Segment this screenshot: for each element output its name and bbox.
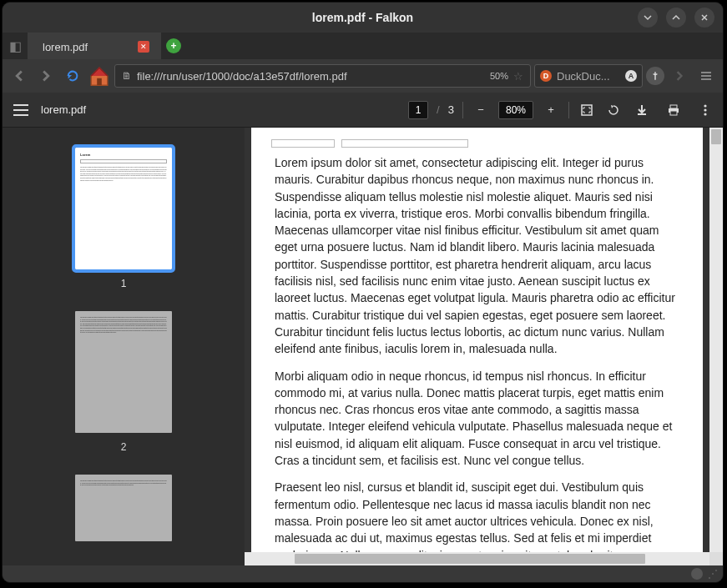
- svg-point-5: [704, 104, 706, 107]
- search-placeholder: DuckDuc...: [557, 70, 610, 83]
- pdf-sidebar-toggle[interactable]: [11, 104, 31, 116]
- vertical-scrollbar[interactable]: [709, 128, 723, 552]
- window-titlebar: lorem.pdf - Falkon: [3, 3, 723, 33]
- pdf-zoom-level[interactable]: 80%: [498, 101, 533, 119]
- file-icon: 🗎: [122, 70, 132, 82]
- status-bar: ⋰: [3, 565, 723, 582]
- tab-label: lorem.pdf: [43, 41, 88, 53]
- thumbnail-label-1: 1: [121, 278, 127, 289]
- duckduckgo-icon: D: [540, 70, 552, 82]
- maximize-button[interactable]: [666, 8, 686, 28]
- pdf-rotate-button[interactable]: [604, 101, 623, 119]
- forward-button[interactable]: [34, 64, 58, 88]
- pdf-download-button[interactable]: [633, 101, 651, 119]
- minimize-button[interactable]: [638, 8, 658, 28]
- zoom-level: 50%: [490, 71, 508, 81]
- pdf-thumbnail-panel: Lorem Loremipsumdolorsitametconsectetura…: [3, 128, 245, 565]
- tab-bar: ◧ lorem.pdf ✕ +: [3, 33, 723, 59]
- resize-grip-icon[interactable]: ⋰: [708, 568, 718, 580]
- reload-button[interactable]: [61, 64, 84, 88]
- pdf-print-button[interactable]: [664, 101, 683, 119]
- close-button[interactable]: [694, 8, 714, 28]
- pdf-page-total: 3: [448, 103, 454, 116]
- navigation-bar: 🗎 file:///run/user/1000/doc/a13e57df/lor…: [3, 59, 723, 93]
- url-text: file:///run/user/1000/doc/a13e57df/lorem…: [137, 70, 347, 83]
- window-title: lorem.pdf - Falkon: [312, 11, 413, 24]
- bookmark-star-icon[interactable]: ☆: [513, 70, 523, 83]
- svg-point-7: [704, 113, 706, 115]
- nav-overflow-forward: [668, 64, 691, 88]
- paragraph-2: Morbi aliquam odio in neque rhoncus, id …: [275, 368, 679, 470]
- svg-rect-1: [582, 105, 592, 115]
- pdf-page-content: Lorem ipsum dolor sit amet, consectetur …: [251, 128, 703, 565]
- pdf-page-separator: /: [437, 103, 440, 116]
- pdf-document-viewport: Lorem ipsum dolor sit amet, consectetur …: [245, 128, 723, 565]
- pdf-thumbnail-1[interactable]: Lorem Loremipsumdolorsitametconsectetura…: [75, 148, 172, 269]
- svg-point-6: [704, 108, 706, 111]
- back-button[interactable]: [8, 64, 31, 88]
- thumbnail-label-2: 2: [121, 441, 127, 453]
- status-adblock-icon[interactable]: [691, 568, 703, 580]
- menu-button[interactable]: [694, 64, 718, 88]
- search-bar[interactable]: D DuckDuc... A: [534, 64, 643, 88]
- pdf-page-input[interactable]: [408, 101, 428, 119]
- bookmarks-toggle-icon[interactable]: ◧: [3, 33, 28, 59]
- search-go-icon[interactable]: A: [625, 70, 637, 82]
- home-button[interactable]: [88, 64, 111, 88]
- pdf-fit-button[interactable]: [578, 101, 596, 119]
- vertical-scrollbar-thumb[interactable]: [711, 129, 721, 144]
- pdf-zoom-out-button[interactable]: −: [472, 101, 490, 119]
- svg-rect-4: [670, 111, 677, 115]
- pdf-toolbar: lorem.pdf / 3 − 80% +: [3, 93, 723, 128]
- horizontal-scrollbar-thumb[interactable]: [295, 554, 645, 564]
- tab-close-icon[interactable]: ✕: [138, 41, 149, 53]
- pdf-more-button[interactable]: [696, 101, 714, 119]
- adblock-icon[interactable]: [646, 67, 664, 85]
- url-bar[interactable]: 🗎 file:///run/user/1000/doc/a13e57df/lor…: [114, 64, 531, 88]
- tab-lorem-pdf[interactable]: lorem.pdf ✕: [28, 33, 161, 59]
- new-tab-button[interactable]: +: [161, 33, 186, 59]
- pdf-filename: lorem.pdf: [41, 103, 398, 116]
- horizontal-scrollbar[interactable]: [245, 552, 709, 565]
- pdf-zoom-in-button[interactable]: +: [542, 101, 560, 119]
- pdf-thumbnail-2[interactable]: Loremipsumdolorsitametconsecteturadipisc…: [75, 311, 172, 433]
- pdf-thumbnail-3[interactable]: Loremipsumdolorsitametconsecteturadipisc…: [75, 475, 172, 541]
- svg-rect-0: [97, 78, 102, 85]
- svg-rect-2: [670, 105, 677, 108]
- paragraph-1: Lorem ipsum dolor sit amet, consectetur …: [275, 154, 679, 358]
- pdf-content-area: Lorem Loremipsumdolorsitametconsectetura…: [3, 128, 723, 565]
